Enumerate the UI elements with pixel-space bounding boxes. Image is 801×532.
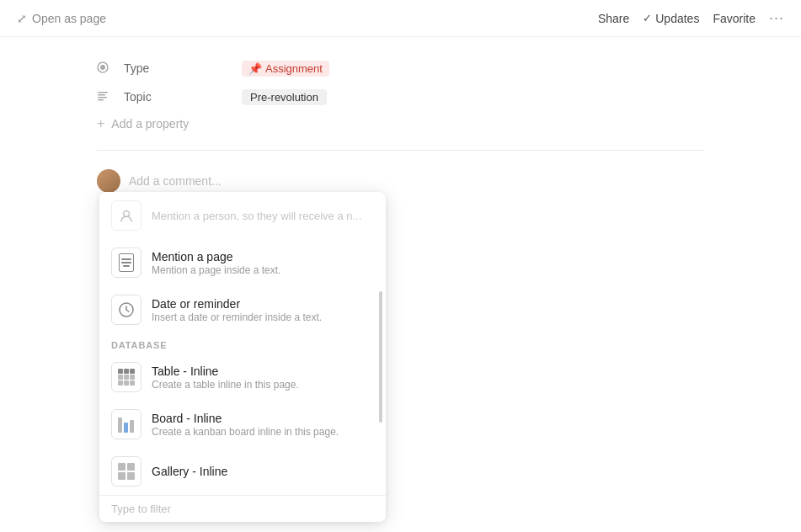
svg-rect-4 [98, 97, 107, 98]
topic-property-value[interactable]: Pre-revolution [242, 89, 327, 105]
svg-rect-3 [98, 94, 105, 96]
gallery-inline-content: Gallery - Inline [152, 465, 227, 478]
filter-placeholder: Type to filter [111, 503, 171, 515]
updates-button[interactable]: ✓ Updates [643, 12, 699, 25]
dropdown-date-reminder[interactable]: Date or reminder Insert a date or remind… [99, 286, 386, 333]
gallery-cell-4 [127, 472, 135, 480]
table-inline-content: Table - Inline Create a table inline in … [152, 364, 299, 391]
topic-property-label: Topic [124, 90, 242, 104]
add-property-label: Add a property [111, 117, 189, 130]
date-reminder-icon [111, 295, 142, 325]
page-line-1 [121, 258, 131, 260]
comment-input[interactable]: Add a comment... [129, 174, 222, 188]
board-inline-title: Board - Inline [152, 412, 339, 425]
mention-page-desc: Mention a page inside a text. [152, 264, 280, 276]
mention-person-partial-desc: Mention a person, so they will receive a… [152, 210, 361, 222]
add-property-button[interactable]: + Add a property [97, 111, 704, 136]
share-button[interactable]: Share [598, 12, 629, 25]
check-icon: ✓ [643, 12, 652, 24]
gallery-icon-grid [118, 463, 135, 480]
board-inline-desc: Create a kanban board inline in this pag… [152, 426, 339, 438]
type-property-icon [97, 61, 117, 76]
type-property-value[interactable]: 📌 Assignment [242, 61, 329, 77]
table-cell-3 [130, 375, 135, 380]
table-inline-title: Table - Inline [152, 364, 299, 378]
topic-property-icon [97, 90, 117, 104]
favorite-button[interactable]: Favorite [713, 12, 756, 25]
board-icon-cols [118, 416, 135, 433]
table-cell-1 [118, 375, 123, 380]
date-reminder-title: Date or reminder [152, 297, 322, 311]
topbar: ⤢ Open as page Share ✓ Updates Favorite … [0, 0, 801, 37]
gallery-inline-icon [111, 456, 142, 487]
board-inline-content: Board - Inline Create a kanban board inl… [152, 412, 339, 438]
svg-point-1 [100, 65, 105, 70]
page-line-3 [123, 265, 130, 267]
topic-label: Pre-revolution [250, 91, 318, 104]
open-as-page-button[interactable]: ⤢ Open as page [17, 12, 106, 25]
gallery-cell-3 [118, 472, 125, 480]
open-as-page-label: Open as page [32, 12, 106, 25]
mention-page-icon [111, 247, 142, 278]
dropdown-scrollbar[interactable] [379, 291, 382, 423]
gallery-cell-2 [127, 463, 135, 471]
page-icon-body [119, 253, 134, 272]
topic-property-row: Topic Pre-revolution [97, 82, 704, 111]
dropdown-table-inline[interactable]: Table - Inline Create a table inline in … [99, 354, 386, 401]
date-reminder-desc: Insert a date or reminder inside a text. [152, 311, 322, 323]
database-section-header: DATABASE [99, 333, 386, 354]
topic-tag[interactable]: Pre-revolution [242, 89, 327, 105]
avatar-face [97, 169, 120, 193]
type-property-label: Type [124, 61, 242, 75]
table-cell-h1 [118, 369, 123, 374]
table-cell-h3 [130, 369, 135, 374]
mention-person-content: Mention a person, so they will receive a… [152, 209, 361, 222]
more-options-button[interactable]: ··· [769, 9, 784, 27]
properties-section: Type 📌 Assignment Topic [97, 54, 704, 136]
dropdown-mention-person-partial[interactable]: Mention a person, so they will receive a… [99, 192, 386, 239]
table-cell-h2 [124, 369, 129, 374]
expand-icon: ⤢ [17, 12, 27, 25]
table-cell-4 [118, 380, 123, 386]
updates-label: Updates [655, 12, 699, 25]
table-cell-2 [124, 375, 129, 380]
table-inline-desc: Create a table inline in this page. [152, 379, 299, 391]
board-col-2 [124, 423, 128, 433]
gallery-cell-1 [118, 463, 125, 471]
table-inline-icon [111, 362, 142, 392]
dropdown-board-inline[interactable]: Board - Inline Create a kanban board inl… [99, 401, 386, 448]
dropdown-menu: Mention a person, so they will receive a… [99, 192, 386, 522]
avatar [97, 169, 120, 193]
board-inline-icon [111, 409, 142, 439]
pin-icon: 📌 [248, 62, 262, 75]
topbar-actions: Share ✓ Updates Favorite ··· [598, 9, 784, 27]
date-reminder-content: Date or reminder Insert a date or remind… [152, 297, 322, 323]
type-property-row: Type 📌 Assignment [97, 54, 704, 82]
dropdown-filter: Type to filter [99, 495, 386, 522]
assignment-tag[interactable]: 📌 Assignment [242, 61, 329, 77]
assignment-label: Assignment [265, 62, 323, 75]
dropdown-gallery-inline[interactable]: Gallery - Inline [99, 448, 386, 495]
dropdown-mention-page[interactable]: Mention a page Mention a page inside a t… [99, 239, 386, 286]
svg-rect-5 [98, 99, 104, 101]
table-icon-grid [118, 369, 135, 386]
table-cell-5 [124, 380, 129, 386]
gallery-inline-title: Gallery - Inline [152, 465, 227, 478]
svg-rect-2 [98, 92, 108, 93]
plus-icon: + [97, 116, 104, 131]
board-col-1 [118, 418, 122, 433]
mention-person-icon [111, 200, 142, 231]
page-line-2 [121, 262, 131, 263]
divider [97, 150, 704, 151]
mention-page-title: Mention a page [152, 250, 280, 263]
table-cell-6 [130, 380, 135, 386]
mention-page-content: Mention a page Mention a page inside a t… [152, 250, 280, 276]
board-col-3 [130, 420, 134, 433]
